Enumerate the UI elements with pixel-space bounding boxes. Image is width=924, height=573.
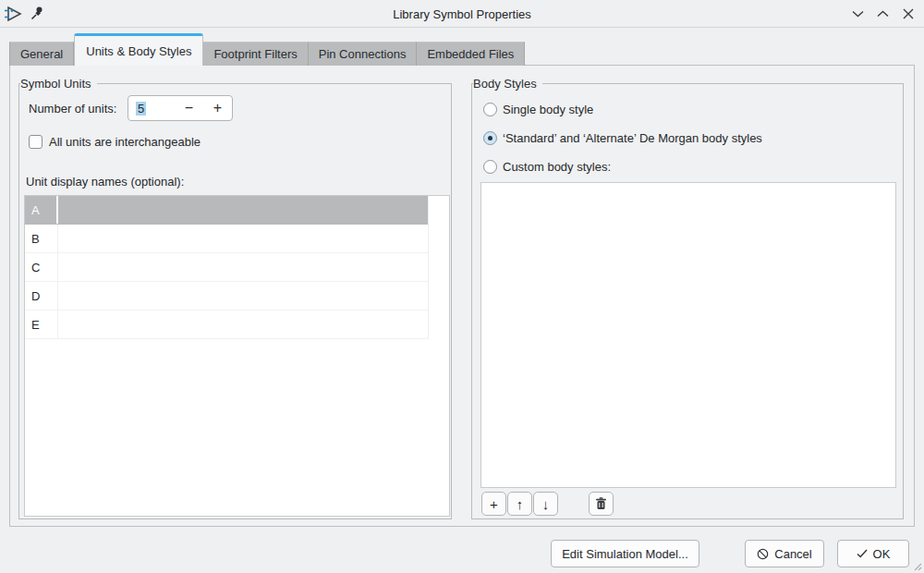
spinner-buttons: − + xyxy=(175,100,232,116)
tab-page-units-body-styles: Symbol Units Number of units: 5 − + All … xyxy=(9,65,915,527)
tab-general[interactable]: General xyxy=(9,42,74,66)
unit-name-cell[interactable] xyxy=(58,253,428,281)
tab-embedded-files[interactable]: Embedded Files xyxy=(417,42,525,66)
cancel-icon xyxy=(757,548,769,560)
unit-letter-cell: C xyxy=(25,253,58,281)
edit-simulation-model-button[interactable]: Edit Simulation Model... xyxy=(551,540,699,567)
ok-button[interactable]: OK xyxy=(837,540,909,567)
grid-rows: A B C D E xyxy=(25,196,429,339)
unit-name-cell[interactable] xyxy=(58,282,428,310)
radio-circle[interactable] xyxy=(483,160,497,174)
tab-footprint-filters[interactable]: Footprint Filters xyxy=(203,42,308,66)
unit-name-cell[interactable] xyxy=(58,311,428,338)
decrement-button[interactable]: − xyxy=(175,100,203,116)
tab-label: Embedded Files xyxy=(427,47,514,61)
tab-label: General xyxy=(20,47,63,61)
edit-simulation-model-label: Edit Simulation Model... xyxy=(562,547,688,561)
body-styles-group-title: Body Styles xyxy=(473,76,542,91)
symbol-units-group-title: Symbol Units xyxy=(20,76,97,91)
check-icon xyxy=(857,549,868,558)
unit-row-c[interactable]: C xyxy=(25,253,428,282)
radio-circle[interactable] xyxy=(483,103,497,116)
unit-letter-cell: A xyxy=(25,196,58,224)
arrow-up-icon: ↑ xyxy=(517,496,524,512)
delete-body-style-button[interactable] xyxy=(589,492,614,516)
cancel-label: Cancel xyxy=(774,547,811,561)
number-of-units-value: 5 xyxy=(136,102,149,116)
tab-bar: General Units & Body Styles Footprint Fi… xyxy=(9,33,525,66)
unit-row-a[interactable]: A xyxy=(25,196,428,225)
trash-icon xyxy=(595,497,607,510)
body-styles-group: Body Styles Single body style ‘Standard’… xyxy=(471,83,904,519)
maximize-button[interactable] xyxy=(870,2,895,26)
close-button[interactable] xyxy=(895,2,920,26)
unit-row-d[interactable]: D xyxy=(25,282,428,311)
plus-icon: + xyxy=(490,496,498,512)
unit-display-names-label: Unit display names (optional): xyxy=(26,175,184,189)
symbol-units-group: Symbol Units Number of units: 5 − + All … xyxy=(18,83,452,519)
resize-grip[interactable] xyxy=(911,560,922,571)
arrow-down-icon: ↓ xyxy=(542,496,550,512)
tab-pin-connections[interactable]: Pin Connections xyxy=(309,42,418,66)
unit-letter-cell: D xyxy=(25,282,58,310)
radio-circle-selected[interactable] xyxy=(483,131,497,145)
radio-standard-alternate[interactable]: ‘Standard’ and ‘Alternate’ De Morgan bod… xyxy=(483,130,762,145)
ok-label: OK xyxy=(873,547,891,561)
unit-name-cell[interactable] xyxy=(58,196,428,224)
tab-label: Units & Body Styles xyxy=(86,44,191,58)
tab-label: Footprint Filters xyxy=(213,47,297,61)
radio-single-body-style[interactable]: Single body style xyxy=(483,102,593,116)
increment-button[interactable]: + xyxy=(203,100,232,116)
radio-label: Custom body styles: xyxy=(503,160,611,174)
tab-units-body-styles[interactable]: Units & Body Styles xyxy=(74,33,203,66)
window-title: Library Symbol Properties xyxy=(0,0,924,28)
tab-label: Pin Connections xyxy=(319,47,407,61)
unit-row-e[interactable]: E xyxy=(25,311,428,339)
interchangeable-label: All units are interchangeable xyxy=(49,135,201,150)
unit-name-cell[interactable] xyxy=(58,225,428,252)
add-body-style-button[interactable]: + xyxy=(481,492,506,516)
number-of-units-label: Number of units: xyxy=(29,102,116,116)
unit-letter-cell: E xyxy=(25,311,58,338)
radio-custom-body-styles[interactable]: Custom body styles: xyxy=(483,159,611,174)
unit-row-b[interactable]: B xyxy=(25,225,428,253)
unit-letter-cell: B xyxy=(25,225,58,252)
title-bar: Library Symbol Properties xyxy=(0,0,924,28)
move-down-button[interactable]: ↓ xyxy=(533,492,558,516)
window-controls xyxy=(845,0,920,28)
custom-body-styles-list[interactable] xyxy=(480,182,896,488)
radio-label: ‘Standard’ and ‘Alternate’ De Morgan bod… xyxy=(503,131,762,145)
interchangeable-checkbox[interactable] xyxy=(29,135,43,149)
cancel-button[interactable]: Cancel xyxy=(745,540,824,567)
minimize-button[interactable] xyxy=(845,2,870,26)
radio-label: Single body style xyxy=(503,103,593,116)
unit-names-grid[interactable]: A B C D E xyxy=(24,195,450,517)
number-of-units-spinner[interactable]: 5 − + xyxy=(128,95,233,121)
move-up-button[interactable]: ↑ xyxy=(507,492,532,516)
